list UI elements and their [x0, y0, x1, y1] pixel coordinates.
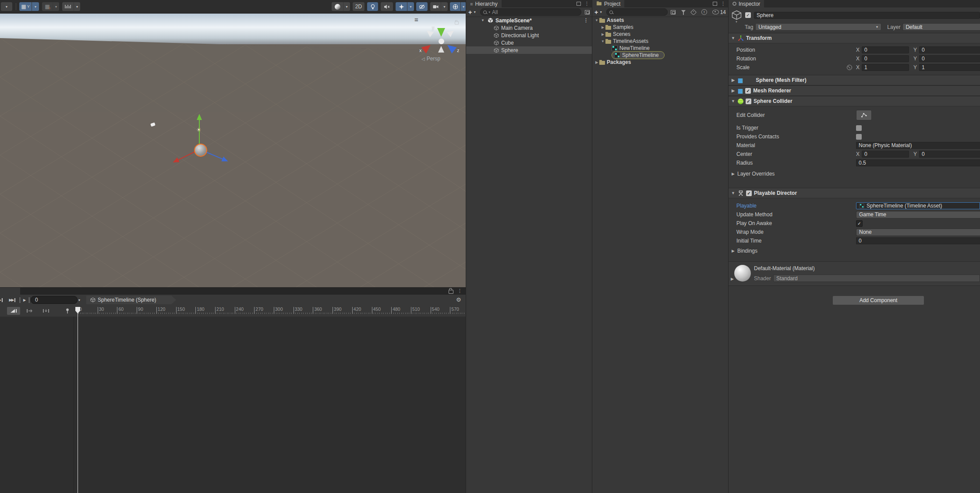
bindings-foldout[interactable]: ▶ Bindings [729, 246, 980, 255]
tab-project[interactable]: Project [592, 0, 624, 7]
gizmos-dropdown[interactable]: ▼ [460, 2, 466, 11]
timeline-settings-gear-icon[interactable]: ⚙ [456, 296, 461, 303]
import-warnings-icon[interactable]: ! [701, 9, 707, 15]
foldout-open-icon[interactable]: ▼ [594, 18, 599, 22]
foldout-closed-icon[interactable]: ▶ [600, 25, 605, 29]
next-frame-button[interactable]: ▶ [0, 296, 5, 304]
shader-dropdown[interactable]: Standard [773, 275, 980, 282]
shading-mode-dropdown[interactable]: ▼ [343, 2, 350, 11]
foldout-closed-icon[interactable]: ▶ [731, 78, 736, 82]
foldout-open-icon[interactable]: ▼ [731, 99, 736, 103]
open-search-window-icon[interactable] [671, 10, 676, 14]
project-tree-item[interactable]: ▼TimelineAssets [592, 38, 728, 45]
timeline-tab[interactable] [0, 288, 20, 295]
tab-inspector[interactable]: Inspector [729, 0, 764, 7]
foldout-closed-icon[interactable]: ▶ [730, 277, 735, 281]
rotation-x-field[interactable]: 0 [862, 55, 909, 62]
is-trigger-checkbox[interactable] [856, 125, 862, 131]
hierarchy-item[interactable]: Cube [466, 39, 592, 46]
layer-dropdown[interactable]: Default [902, 23, 980, 31]
hierarchy-item[interactable]: Sphere [466, 46, 592, 54]
scene-menu-icon[interactable]: ⋮ [584, 18, 588, 23]
foldout-open-icon[interactable]: ▼ [731, 191, 736, 195]
scene-overlay-menu-icon[interactable]: ≡ [414, 16, 418, 23]
maximize-icon[interactable] [577, 2, 581, 6]
tab-hierarchy[interactable]: ≡ Hierarchy [466, 0, 502, 7]
toggle-2d-button[interactable]: 2D [353, 2, 364, 11]
transform-header[interactable]: ▼ Transform [729, 33, 980, 43]
scene-overlay-lock-icon[interactable] [455, 21, 459, 25]
tool-options-dropdown[interactable]: ▼ [1, 2, 12, 11]
center-y-field[interactable]: 0 [919, 151, 980, 158]
edit-collider-button[interactable] [856, 110, 872, 120]
panel-menu-icon[interactable]: ⋮ [584, 1, 589, 6]
gizmo-center[interactable] [439, 39, 444, 44]
foldout-open-icon[interactable]: ▼ [731, 36, 736, 40]
effects-dropdown[interactable]: ▼ [407, 2, 414, 11]
sphere-collider-header[interactable]: ▼ ✓ Sphere Collider [729, 96, 980, 106]
playable-director-enabled-checkbox[interactable]: ✓ [746, 190, 752, 196]
foldout-closed-icon[interactable]: ▶ [731, 88, 736, 93]
grid-snapping-dropdown[interactable]: ▼ [53, 2, 59, 11]
project-search-input[interactable] [606, 8, 668, 16]
hierarchy-item[interactable]: Directional Light [466, 32, 592, 39]
tag-dropdown[interactable]: Untagged ▼ [755, 23, 881, 31]
camera-settings-button[interactable] [430, 2, 441, 11]
playable-object-field[interactable]: SphereTimeline (Timeline Asset) [856, 202, 980, 209]
timeline-track-area[interactable] [0, 317, 466, 493]
create-object-button[interactable]: + [468, 9, 472, 15]
gizmos-button[interactable] [450, 2, 460, 11]
frame-counter-dropdown[interactable]: ▼ [75, 296, 83, 304]
create-asset-button[interactable]: + [594, 9, 598, 15]
unlinked-scale-icon[interactable] [847, 65, 852, 70]
gizmo-neg-cone[interactable] [438, 46, 444, 53]
search-by-label-icon[interactable] [690, 9, 697, 15]
project-tree-item[interactable]: ▶Samples [592, 24, 728, 31]
initial-time-field[interactable]: 0 [856, 237, 980, 244]
material-sphere-thumbnail[interactable] [734, 265, 751, 282]
timeline-menu-icon[interactable]: ⋮ [457, 289, 462, 293]
shading-mode-button[interactable] [332, 2, 343, 11]
position-x-field[interactable]: 0 [862, 46, 909, 53]
mesh-filter-header[interactable]: ▶ ▦ Sphere (Mesh Filter) [729, 75, 980, 85]
timeline-lock-icon[interactable] [449, 290, 453, 294]
mesh-renderer-enabled-checkbox[interactable]: ✓ [745, 88, 751, 94]
project-tree-item[interactable]: NewTimeline [592, 45, 728, 52]
project-tree-item[interactable]: ▶Packages [592, 59, 728, 66]
directional-light-gizmo-icon[interactable]: ☀ [196, 127, 202, 133]
frame-counter-field[interactable]: 0 [31, 296, 78, 304]
physic-material-object-field[interactable]: None (Physic Material) [856, 142, 980, 149]
layer-overrides-foldout[interactable]: ▶ Layer Overrides [729, 169, 980, 178]
effects-button[interactable] [396, 2, 407, 11]
panel-menu-icon[interactable]: ⋮ [721, 1, 725, 6]
create-object-dropdown[interactable]: ▼ [473, 11, 476, 14]
project-tree-item[interactable]: ▶Scenes [592, 31, 728, 38]
hierarchy-search-input[interactable]: ▼ All [480, 8, 581, 16]
position-y-field[interactable]: 0 [919, 46, 980, 53]
sphere-collider-enabled-checkbox[interactable]: ✓ [746, 99, 751, 104]
scale-x-field[interactable]: 1 [862, 64, 909, 71]
open-scene-picker-icon[interactable] [585, 10, 590, 14]
rotation-y-field[interactable]: 0 [919, 55, 980, 62]
search-by-type-icon[interactable] [681, 10, 686, 13]
add-component-button[interactable]: Add Component [832, 296, 924, 305]
maximize-icon[interactable] [713, 2, 717, 6]
foldout-open-icon[interactable]: ▼ [481, 18, 485, 22]
gameobject-cube-icon[interactable]: ▼ [731, 10, 742, 21]
create-asset-dropdown[interactable]: ▼ [599, 11, 602, 14]
foldout-closed-icon[interactable]: ▶ [594, 60, 599, 64]
grid-visibility-dropdown[interactable]: ▼ [32, 2, 39, 11]
mesh-renderer-header[interactable]: ▶ ▦ ✓ Mesh Renderer [729, 85, 980, 96]
snap-increment-dropdown[interactable]: ▼ [74, 2, 80, 11]
scene-viewport[interactable]: ☀ ≡ y x z ◁ Persp [0, 14, 466, 287]
play-on-awake-checkbox[interactable]: ✓ [856, 220, 863, 227]
gizmo-y-cone[interactable] [437, 28, 445, 37]
hierarchy-item[interactable]: Main Camera [466, 24, 592, 32]
timeline-ruler[interactable]: 0306090120150180210240270300330360390420… [0, 305, 466, 317]
scale-y-field[interactable]: 1 [919, 64, 980, 71]
foldout-closed-icon[interactable]: ▶ [600, 32, 605, 36]
perspective-toggle[interactable]: ◁ Persp [421, 56, 440, 62]
selected-sphere-object[interactable] [194, 144, 207, 157]
update-method-dropdown[interactable]: Game Time [856, 211, 980, 218]
hierarchy-scene-row[interactable]: ▼ SampleScene* ⋮ [466, 17, 592, 24]
